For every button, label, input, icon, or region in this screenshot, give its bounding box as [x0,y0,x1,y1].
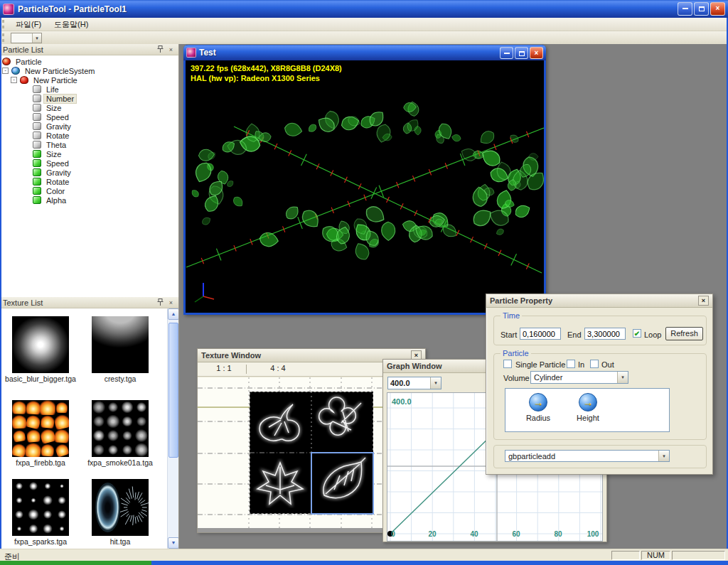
green-icon [33,159,41,167]
test-title: Test [199,48,216,58]
tree-item-rotate[interactable]: Rotate [0,177,178,186]
single-particle-checkbox[interactable] [503,360,512,368]
tree-item-theta[interactable]: Theta [0,140,178,149]
start-button-edge[interactable] [0,561,151,565]
scroll-up-button[interactable]: ▲ [168,308,178,320]
scroll-down-button[interactable]: ▼ [168,537,178,549]
loop-checkbox[interactable]: ✔ [633,329,641,338]
height-item[interactable]: → Height [568,393,608,422]
texture-item[interactable]: fxpa_sparks.tga [0,479,81,546]
viewport-3d[interactable]: 397.22 fps (628x442), X8R8G8B8 (D24X8)HA… [186,60,544,313]
taskbar-edge[interactable] [0,561,728,565]
chevron-down-icon[interactable]: ▾ [617,372,628,383]
tree-item-speed[interactable]: Speed [0,112,178,122]
scrollbar-thumb[interactable] [168,323,178,458]
globe-icon [11,67,20,75]
texture-grid: basic_blur_bigger.tgacresty.tgafxpa_fire… [0,308,167,549]
tree-item-label: Speed [44,113,71,122]
particle-property-titlebar[interactable]: Particle Property × [486,294,712,308]
tree-expander-icon[interactable]: - [2,68,9,74]
start-input[interactable] [520,328,561,340]
out-checkbox[interactable] [590,360,599,368]
tree-item-label: Theta [44,141,68,149]
tree-expander-icon[interactable]: - [11,77,17,83]
tree-item-label: Gravity [44,168,73,177]
loop-label: Loop [644,330,661,339]
tree-item-label: Alpha [44,196,68,205]
tree-item-gravity[interactable]: Gravity [0,168,178,177]
tree-item-label: Rotate [44,178,71,186]
tree-item-label: New Particle [31,76,80,85]
test-titlebar[interactable]: Test × [183,45,546,60]
tree-item-particle-system[interactable]: -New ParticleSystem [0,66,178,75]
texture-filename: basic_blur_bigger.tga [0,375,81,383]
tree-item-speed[interactable]: Speed [0,158,178,168]
minimize-icon [504,52,510,54]
texture-item[interactable]: hit.tga [80,479,161,546]
viewport-canvas [186,60,544,311]
tree-item-label: Speed [44,159,71,168]
toolbar: ▾ [0,31,728,44]
radius-label: Radius [518,414,558,422]
menu-help[interactable]: 도움말(H) [48,18,95,31]
texture-thumbnail-spark [12,479,69,536]
gray-icon [33,122,41,130]
tree-item-label: Life [44,85,61,94]
particle-property-dialog: Particle Property × Time Start End ✔ Loo… [486,294,713,475]
toolbar-combobox[interactable]: ▾ [11,33,42,43]
texture-list-header[interactable]: Texture List × [0,297,178,308]
chevron-down-icon[interactable]: ▾ [658,451,669,461]
close-icon[interactable]: × [166,45,176,54]
chevron-down-icon[interactable]: ▾ [430,377,441,389]
shader-combobox[interactable]: gbparticleadd ▾ [505,450,670,462]
arrow-down-icon: ▼ [171,540,176,545]
tree-item-label: Rotate [44,131,71,140]
tree-item-gravity[interactable]: Gravity [0,122,178,131]
arrow-right-icon: → [583,396,594,408]
toolbar-combobox-value [11,33,32,43]
chevron-down-icon[interactable]: ▾ [32,33,41,43]
close-button[interactable]: × [710,2,725,16]
tree-item-number[interactable]: Number [0,94,178,103]
refresh-button[interactable]: Refresh [665,327,703,340]
tree-item-rotate[interactable]: Rotate [0,131,178,140]
arrow-right-icon: → [533,396,544,408]
minimize-button[interactable] [678,2,692,16]
particle-list-header[interactable]: Particle List × [0,44,178,55]
tree-item-particle-root[interactable]: Particle [0,57,178,66]
tree-item-size[interactable]: Size [0,103,178,112]
tree-item-new-particle[interactable]: -New Particle [0,75,178,85]
radius-item[interactable]: → Radius [518,393,558,422]
texture-item[interactable]: fxpa_firebb.tga [0,400,81,467]
close-button[interactable]: × [530,47,543,59]
volume-combobox[interactable]: Cylinder ▾ [530,371,628,384]
menu-file[interactable]: 파일(F) [9,18,48,31]
zoom-4-4-button[interactable]: 4 : 4 [253,364,303,375]
close-icon[interactable]: × [166,298,176,307]
tree-item-life[interactable]: Life [0,85,178,94]
restore-button[interactable] [515,47,528,59]
minimize-button[interactable] [500,47,513,59]
texture-thumbnail-fire [12,400,69,457]
app-titlebar[interactable]: ParticleTool - ParticleTool1 × [0,0,728,18]
pin-icon[interactable] [156,45,165,54]
tree-item-alpha[interactable]: Alpha [0,195,178,205]
zoom-1-1-button[interactable]: 1 : 1 [203,364,245,375]
tree-item-color[interactable]: Color [0,186,178,195]
texture-window-title: Texture Window [201,351,261,360]
texture-item[interactable]: basic_blur_bigger.tga [0,316,81,383]
texture-list-scrollbar[interactable]: ▲ ▼ [167,308,178,549]
end-input[interactable] [584,328,626,340]
x-tick-label: 40 [470,530,478,538]
texture-item[interactable]: fxpa_smoke01a.tga [80,400,161,467]
in-checkbox[interactable] [567,360,575,368]
texture-filename: fxpa_sparks.tga [0,537,81,546]
texture-item[interactable]: cresty.tga [80,316,161,383]
particle-group-label: Particle [500,349,531,357]
restore-button[interactable] [694,2,709,16]
x-tick-label: 100 [587,530,599,538]
close-button[interactable]: × [698,296,709,306]
graph-max-combobox[interactable]: 400.0 ▾ [387,377,441,389]
pin-icon[interactable] [156,298,165,307]
tree-item-size[interactable]: Size [0,149,178,158]
